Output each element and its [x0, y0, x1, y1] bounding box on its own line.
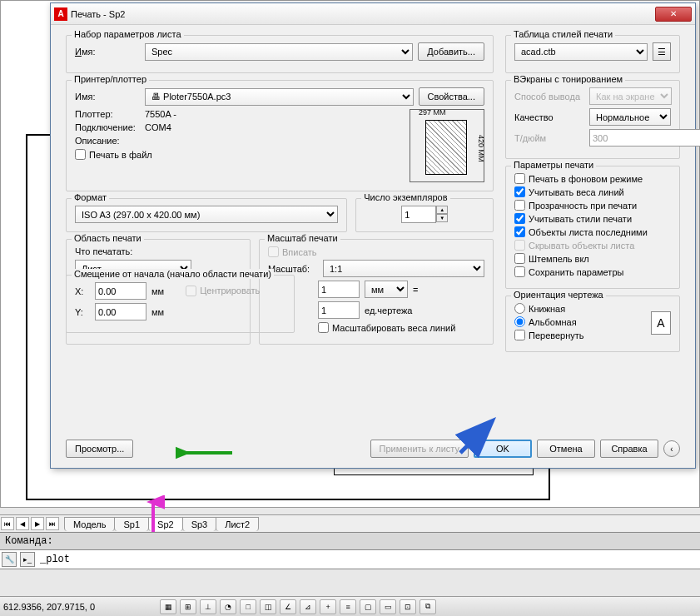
ok-button[interactable]: OK: [474, 440, 532, 458]
scale-unit1-select[interactable]: мм: [365, 281, 408, 298]
titlebar[interactable]: A Печать - Sp2 ✕: [51, 3, 695, 25]
paper-sheet-icon: [425, 120, 467, 175]
y-input[interactable]: [95, 303, 146, 320]
printer-name-select[interactable]: 🖶 Ploter7550A.pc3: [145, 88, 414, 106]
plot-area-legend: Область печати: [72, 233, 144, 243]
viewport-group: ВЭкраны с тонированием Способ выводаКак …: [505, 80, 680, 159]
sb-3dosnap-icon[interactable]: ◫: [260, 599, 276, 614]
opt-stamp-label: Штемпель вкл: [529, 254, 589, 264]
sb-sc-icon[interactable]: ⊡: [400, 599, 416, 614]
fit-label: Вписать: [282, 247, 317, 257]
sb-dyn-icon[interactable]: +: [320, 599, 336, 614]
plot-style-edit-button[interactable]: ☰: [653, 42, 671, 61]
printer-group: Принтер/плоттер Имя: 🖶 Ploter7550A.pc3 С…: [66, 80, 494, 191]
tab-prev-button[interactable]: ◀: [16, 517, 29, 530]
copies-input[interactable]: [401, 206, 436, 223]
copies-group: Число экземпляров ▲▼: [355, 198, 494, 232]
printer-props-button[interactable]: Свойства...: [419, 87, 484, 106]
help-button[interactable]: Справка: [600, 440, 658, 458]
tab-list2[interactable]: Лист2: [216, 517, 259, 531]
quality-label: Качество: [514, 112, 584, 122]
paper-size-group: Формат ISO A3 (297.00 x 420.00 мм): [66, 198, 347, 232]
sb-am-icon[interactable]: ⧉: [420, 599, 436, 614]
layout-tabstrip: ⏮ ◀ ▶ ⏭ Модель Sp1 Sp2 Sp3 Лист2: [0, 514, 700, 532]
opt-save-checkbox[interactable]: [514, 266, 525, 277]
portrait-radio[interactable]: [514, 303, 525, 314]
plot-style-group: Таблица стилей печати acad.ctb ☰: [505, 35, 680, 73]
add-pagesetup-button[interactable]: Добавить...: [418, 42, 484, 61]
y-label: Y:: [75, 307, 90, 317]
command-area: Команда: 🔧 ▸_: [0, 532, 700, 569]
paper-size-select[interactable]: ISO A3 (297.00 x 420.00 мм): [75, 206, 338, 223]
command-input[interactable]: [37, 551, 700, 568]
offset-legend: Смещение от начала (начало области печат…: [72, 269, 274, 279]
sb-osnap-icon[interactable]: □: [240, 599, 256, 614]
sb-grid-icon[interactable]: ▦: [160, 599, 176, 614]
quality-select[interactable]: Нормальное: [589, 108, 671, 126]
paper-legend: Формат: [72, 192, 109, 202]
tab-sp1[interactable]: Sp1: [114, 517, 149, 531]
scale-lw-checkbox[interactable]: [318, 322, 329, 333]
sb-polar-icon[interactable]: ◔: [220, 599, 236, 614]
wrench-icon[interactable]: 🔧: [2, 552, 17, 567]
opt-bg-checkbox[interactable]: [514, 173, 525, 184]
scale-select[interactable]: 1:1: [323, 260, 484, 277]
drawing-units-label: ед.чертежа: [365, 306, 412, 315]
sb-lw-icon[interactable]: ≡: [340, 599, 356, 614]
pagesetup-name-select[interactable]: Spec: [145, 43, 413, 61]
tab-next-button[interactable]: ▶: [31, 517, 44, 530]
paper-height-label: 420 MM: [477, 135, 485, 162]
offset-group: Смещение от начала (начало области печат…: [66, 275, 295, 333]
opt-last-label: Объекты листа последними: [529, 227, 648, 237]
orientation-group: Ориентация чертежа Книжная Альбомная Пер…: [505, 296, 680, 352]
sb-ducs-icon[interactable]: ⊿: [300, 599, 316, 614]
copies-down[interactable]: ▼: [436, 214, 448, 222]
portrait-label: Книжная: [529, 304, 565, 314]
orientation-icon: A: [651, 311, 671, 335]
sb-ortho-icon[interactable]: ⊥: [200, 599, 216, 614]
printer-legend: Принтер/плоттер: [72, 74, 149, 84]
landscape-radio[interactable]: [514, 316, 525, 327]
tab-sp2[interactable]: Sp2: [148, 517, 183, 531]
close-button[interactable]: ✕: [655, 7, 692, 22]
x-unit: мм: [151, 286, 164, 296]
plot-style-select[interactable]: acad.ctb: [514, 43, 648, 61]
plot-dialog: A Печать - Sp2 ✕ Набор параметров листа …: [50, 2, 696, 469]
upside-checkbox[interactable]: [514, 330, 525, 340]
what-to-plot-label: Что печатать:: [75, 246, 241, 256]
plotter-value: 7550A -: [145, 109, 176, 119]
y-unit: мм: [151, 307, 164, 317]
sb-otrack-icon[interactable]: ∠: [280, 599, 296, 614]
print-to-file-checkbox[interactable]: [75, 149, 86, 160]
opt-hide-checkbox: [514, 240, 525, 251]
scale-unit1-input[interactable]: [318, 281, 360, 298]
dpi-label: Т/дюйм: [514, 133, 584, 143]
paper-width-label: 297 MM: [419, 108, 446, 117]
port-label: Подключение:: [75, 122, 140, 132]
opt-bg-label: Печать в фоновом режиме: [529, 174, 643, 184]
scale-unit2-input[interactable]: [318, 301, 360, 319]
center-checkbox: [186, 286, 196, 296]
opt-stamp-checkbox[interactable]: [514, 253, 525, 264]
tab-sp3[interactable]: Sp3: [182, 517, 217, 531]
opt-styles-checkbox[interactable]: [514, 213, 525, 224]
opt-transp-checkbox[interactable]: [514, 200, 525, 211]
opt-lw-checkbox[interactable]: [514, 186, 525, 197]
sb-snap-icon[interactable]: ⊞: [180, 599, 196, 614]
opt-transp-label: Прозрачность при печати: [529, 201, 637, 211]
tab-model[interactable]: Модель: [64, 517, 115, 531]
preview-button[interactable]: Просмотр...: [66, 440, 133, 458]
x-input[interactable]: [95, 282, 146, 300]
tab-last-button[interactable]: ⏭: [46, 517, 59, 530]
orientation-legend: Ориентация чертежа: [511, 290, 606, 300]
sb-transp-icon[interactable]: ▢: [360, 599, 376, 614]
copies-up[interactable]: ▲: [436, 206, 448, 214]
center-label: Центрировать: [200, 286, 260, 296]
print-to-file-label: Печать в файл: [89, 150, 152, 160]
opt-last-checkbox[interactable]: [514, 226, 525, 237]
tab-first-button[interactable]: ⏮: [1, 517, 14, 530]
cancel-button[interactable]: Отмена: [537, 440, 595, 458]
expand-button[interactable]: ‹: [663, 440, 680, 457]
plot-options-legend: Параметры печати: [511, 160, 596, 170]
sb-qp-icon[interactable]: ▭: [380, 599, 396, 614]
